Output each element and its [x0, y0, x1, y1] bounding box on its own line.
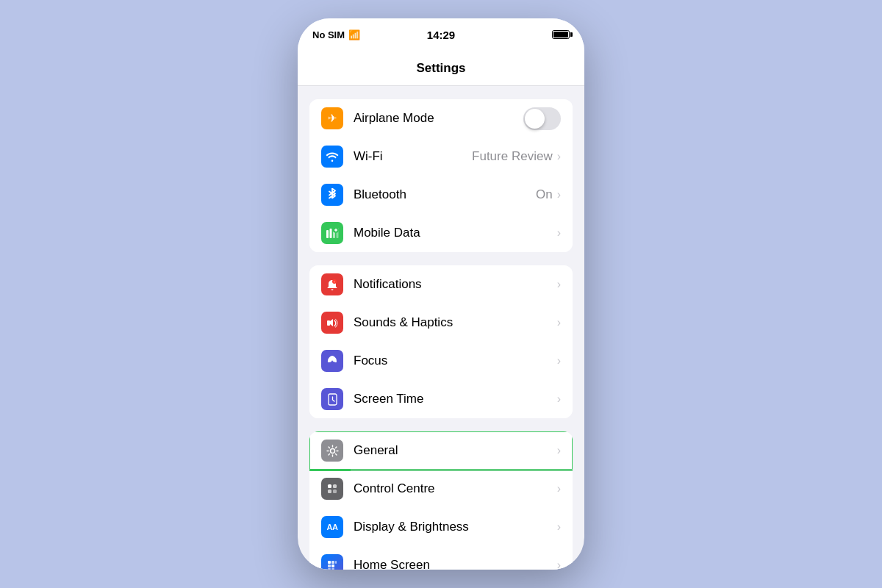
bluetooth-icon	[321, 184, 343, 206]
svg-rect-0	[326, 230, 329, 238]
wifi-value: Future Review	[472, 149, 553, 164]
page-title: Settings	[416, 61, 465, 76]
carrier-label: No SIM	[312, 29, 345, 40]
group-notifications: ! Notifications › Sounds & Haptics	[309, 265, 573, 418]
svg-rect-10	[328, 484, 331, 488]
display-brightness-icon: AA	[321, 516, 343, 538]
focus-icon	[321, 350, 343, 372]
row-focus[interactable]: Focus ›	[309, 342, 573, 380]
row-wifi[interactable]: Wi-Fi Future Review ›	[309, 137, 573, 176]
svg-point-9	[330, 448, 334, 453]
airplane-mode-icon: ✈	[321, 107, 343, 129]
status-bar: No SIM 📶 14:29	[298, 18, 584, 51]
row-bluetooth[interactable]: Bluetooth On ›	[309, 176, 573, 214]
screen-time-chevron: ›	[557, 392, 561, 406]
mobile-data-label: Mobile Data	[354, 226, 557, 240]
svg-rect-13	[333, 490, 337, 493]
airplane-mode-toggle[interactable]	[523, 107, 561, 130]
focus-label: Focus	[354, 354, 557, 368]
svg-rect-15	[331, 561, 334, 564]
svg-rect-16	[335, 561, 337, 564]
battery-icon	[552, 30, 570, 39]
row-home-screen[interactable]: Home Screen ›	[309, 546, 573, 570]
sounds-haptics-label: Sounds & Haptics	[354, 315, 557, 330]
control-centre-chevron: ›	[557, 482, 561, 495]
settings-content: ✈ Airplane Mode Wi-Fi Future Review ›	[298, 86, 584, 570]
notifications-chevron: ›	[557, 278, 561, 291]
row-control-centre[interactable]: Control Centre ›	[309, 470, 573, 508]
home-screen-label: Home Screen	[354, 558, 557, 570]
sounds-haptics-icon	[321, 312, 343, 334]
general-chevron: ›	[557, 444, 561, 457]
group-connectivity: ✈ Airplane Mode Wi-Fi Future Review ›	[309, 99, 573, 252]
row-general[interactable]: General ›	[309, 431, 573, 470]
bluetooth-label: Bluetooth	[354, 187, 536, 202]
svg-rect-17	[328, 564, 331, 567]
svg-rect-20	[331, 568, 334, 570]
group-general: General › Control Centre ›	[309, 431, 573, 570]
airplane-mode-label: Airplane Mode	[354, 111, 523, 126]
wifi-chevron: ›	[557, 150, 561, 163]
notifications-icon: !	[321, 273, 343, 295]
general-label: General	[354, 443, 557, 458]
notifications-label: Notifications	[354, 277, 557, 292]
control-centre-label: Control Centre	[354, 481, 557, 496]
screen-time-icon	[321, 388, 343, 410]
svg-rect-14	[328, 561, 331, 564]
svg-rect-12	[328, 490, 331, 493]
wifi-icon: 📶	[348, 29, 360, 40]
general-icon	[321, 440, 343, 462]
svg-rect-1	[330, 229, 332, 238]
nav-bar: Settings	[298, 51, 584, 86]
svg-rect-18	[331, 564, 334, 567]
row-mobile-data[interactable]: Mobile Data ›	[309, 214, 573, 252]
home-screen-icon	[321, 554, 343, 570]
svg-rect-7	[327, 320, 330, 326]
status-right	[552, 30, 570, 39]
focus-chevron: ›	[557, 354, 561, 368]
row-display-brightness[interactable]: AA Display & Brightness ›	[309, 508, 573, 546]
phone-frame: No SIM 📶 14:29 Settings ✈ Airplane Mode	[298, 18, 584, 570]
bluetooth-chevron: ›	[557, 188, 561, 201]
svg-rect-19	[328, 568, 331, 570]
row-screen-time[interactable]: Screen Time ›	[309, 380, 573, 418]
svg-rect-11	[333, 484, 337, 488]
wifi-icon	[321, 146, 343, 168]
bluetooth-value: On	[536, 187, 553, 202]
row-airplane-mode[interactable]: ✈ Airplane Mode	[309, 99, 573, 137]
wifi-label: Wi-Fi	[354, 149, 472, 164]
display-brightness-chevron: ›	[557, 520, 561, 534]
home-screen-chevron: ›	[557, 559, 561, 570]
row-notifications[interactable]: ! Notifications ›	[309, 265, 573, 304]
mobile-data-icon	[321, 222, 343, 244]
time-label: 14:29	[427, 29, 455, 41]
battery-fill	[553, 32, 568, 37]
row-sounds-haptics[interactable]: Sounds & Haptics ›	[309, 304, 573, 342]
sounds-haptics-chevron: ›	[557, 316, 561, 329]
mobile-data-chevron: ›	[557, 226, 561, 240]
display-brightness-label: Display & Brightness	[354, 520, 557, 534]
control-centre-icon	[321, 478, 343, 500]
screen-time-label: Screen Time	[354, 392, 557, 406]
status-left: No SIM 📶	[312, 29, 360, 40]
svg-text:!: !	[334, 279, 334, 283]
